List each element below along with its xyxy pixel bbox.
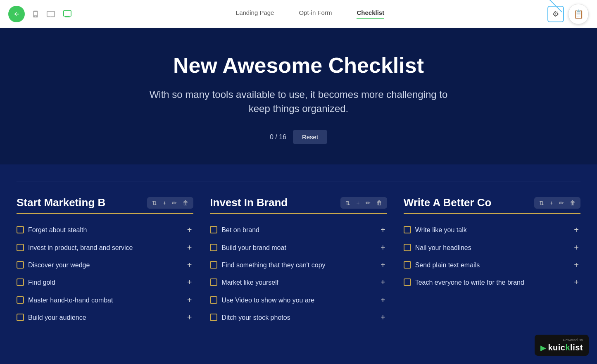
checkbox-1-2[interactable]	[17, 244, 24, 251]
list-item: Write like you talk +	[404, 221, 580, 239]
topbar-left	[8, 6, 73, 22]
item-add-btn-3-4[interactable]: +	[572, 278, 580, 286]
checkbox-3-2[interactable]	[404, 244, 411, 251]
item-add-btn-1-1[interactable]: +	[186, 226, 194, 234]
list-item: Build your brand moat +	[210, 239, 387, 257]
item-add-btn-3-2[interactable]: +	[572, 243, 580, 252]
col-add-button-1[interactable]: +	[161, 199, 168, 207]
main-content: Start Marketing B ⇅ + ✏ 🗑 Forget about s…	[0, 164, 597, 364]
checklist-preview-button[interactable]: 📋	[568, 4, 589, 24]
powered-by-label: Powered By	[563, 338, 583, 342]
col-edit-button-1[interactable]: ✏	[170, 199, 178, 207]
col-title-1: Start Marketing B	[17, 196, 144, 209]
col-reorder-button-2[interactable]: ⇅	[344, 199, 352, 207]
col-edit-button-2[interactable]: ✏	[364, 199, 372, 207]
checkbox-2-5[interactable]	[210, 296, 217, 304]
item-add-btn-2-5[interactable]: +	[379, 296, 387, 304]
tab-checklist[interactable]: Checklist	[357, 9, 384, 19]
hero-title: New Awesome Checklist	[17, 53, 580, 78]
item-add-btn-2-3[interactable]: +	[379, 261, 387, 269]
checkbox-1-5[interactable]	[17, 296, 24, 304]
item-label-1-2: Invest in product, brand and service	[28, 243, 181, 252]
item-label-2-2: Build your brand moat	[221, 243, 375, 252]
reset-button[interactable]: Reset	[293, 130, 327, 144]
list-item: Nail your headlines +	[404, 239, 580, 257]
list-item: Discover your wedge +	[17, 257, 193, 274]
item-label-2-4: Market like yourself	[221, 278, 375, 287]
item-label-1-1: Forget about stealth	[28, 226, 181, 235]
brand-icon: ▶	[540, 343, 546, 352]
checkbox-3-3[interactable]	[404, 261, 411, 269]
col-add-button-2[interactable]: +	[354, 199, 361, 207]
hero-progress: 0 / 16 Reset	[17, 130, 580, 144]
section-divider	[17, 181, 580, 181]
column-write-better-copy: Write A Better Co ⇅ + ✏ 🗑 Write like you…	[404, 196, 580, 326]
item-add-btn-1-3[interactable]: +	[186, 261, 194, 269]
item-add-btn-3-3[interactable]: +	[572, 261, 580, 269]
topbar-nav: Landing Page Opt-in Form Checklist	[73, 9, 547, 19]
checkbox-2-2[interactable]	[210, 244, 217, 251]
checkbox-2-4[interactable]	[210, 278, 217, 286]
col-delete-button-3[interactable]: 🗑	[568, 199, 577, 207]
col-title-2: Invest In Brand	[210, 196, 337, 209]
tab-landing-page[interactable]: Landing Page	[236, 9, 274, 19]
checkbox-3-4[interactable]	[404, 278, 411, 286]
col-delete-button-2[interactable]: 🗑	[375, 199, 384, 207]
item-add-btn-2-1[interactable]: +	[379, 226, 387, 234]
list-item: Bet on brand +	[210, 221, 387, 239]
col-header-1: Start Marketing B ⇅ + ✏ 🗑	[17, 196, 193, 214]
item-label-2-5: Use Video to show who you are	[221, 296, 375, 305]
item-label-2-6: Ditch your stock photos	[221, 313, 375, 322]
col-edit-button-3[interactable]: ✏	[557, 199, 566, 207]
item-label-1-4: Find gold	[28, 278, 181, 287]
list-item: Invest in product, brand and service +	[17, 239, 193, 257]
checklist-columns: Start Marketing B ⇅ + ✏ 🗑 Forget about s…	[17, 196, 580, 326]
checkbox-1-1[interactable]	[17, 226, 24, 233]
mobile-device-icon[interactable]	[31, 9, 40, 19]
item-add-btn-1-6[interactable]: +	[186, 313, 194, 321]
checkbox-1-3[interactable]	[17, 261, 24, 269]
checkbox-1-6[interactable]	[17, 314, 24, 321]
item-add-btn-1-2[interactable]: +	[186, 243, 194, 252]
col-delete-button-1[interactable]: 🗑	[181, 199, 190, 207]
col-header-3: Write A Better Co ⇅ + ✏ 🗑	[404, 196, 580, 214]
col-reorder-button-3[interactable]: ⇅	[538, 199, 546, 207]
item-add-btn-2-4[interactable]: +	[379, 278, 387, 286]
arrow-indicator	[533, 0, 566, 14]
desktop-device-icon[interactable]	[62, 9, 73, 19]
list-item: Market like yourself +	[210, 274, 387, 291]
list-item: Find gold +	[17, 274, 193, 291]
item-add-btn-2-6[interactable]: +	[379, 313, 387, 321]
list-item: Forget about stealth +	[17, 221, 193, 239]
column-invest-in-brand: Invest In Brand ⇅ + ✏ 🗑 Bet on brand + B…	[210, 196, 387, 326]
checkbox-2-1[interactable]	[210, 226, 217, 233]
item-label-3-3: Send plain text emails	[415, 261, 568, 270]
svg-line-0	[541, 0, 562, 12]
item-label-3-4: Teach everyone to write for the brand	[415, 278, 568, 287]
list-item: Ditch your stock photos +	[210, 309, 387, 326]
tablet-device-icon[interactable]	[46, 9, 55, 19]
item-add-btn-1-5[interactable]: +	[186, 296, 194, 304]
col-header-2: Invest In Brand ⇅ + ✏ 🗑	[210, 196, 387, 214]
brand-logo: ▶ kuicklist	[540, 343, 583, 352]
checkbox-2-6[interactable]	[210, 314, 217, 321]
list-item: Send plain text emails +	[404, 257, 580, 274]
tab-optin-form[interactable]: Opt-in Form	[299, 9, 332, 19]
item-add-btn-1-4[interactable]: +	[186, 278, 194, 286]
item-label-1-3: Discover your wedge	[28, 261, 181, 270]
col-reorder-button-1[interactable]: ⇅	[150, 199, 159, 207]
checklist-preview-icon: 📋	[573, 9, 584, 19]
item-add-btn-2-2[interactable]: +	[379, 243, 387, 252]
topbar: Landing Page Opt-in Form Checklist ⚙ 📋	[0, 0, 597, 28]
back-button[interactable]	[8, 6, 25, 22]
topbar-right: ⚙ 📋	[547, 4, 589, 24]
col-actions-2: ⇅ + ✏ 🗑	[340, 197, 387, 209]
col-add-button-3[interactable]: +	[548, 199, 555, 207]
item-add-btn-3-1[interactable]: +	[572, 226, 580, 234]
item-label-2-1: Bet on brand	[221, 226, 375, 235]
checkbox-1-4[interactable]	[17, 278, 24, 286]
item-label-1-6: Build your audience	[28, 313, 181, 322]
checkbox-2-3[interactable]	[210, 261, 217, 269]
checkbox-3-1[interactable]	[404, 226, 411, 233]
item-label-3-1: Write like you talk	[415, 226, 568, 235]
